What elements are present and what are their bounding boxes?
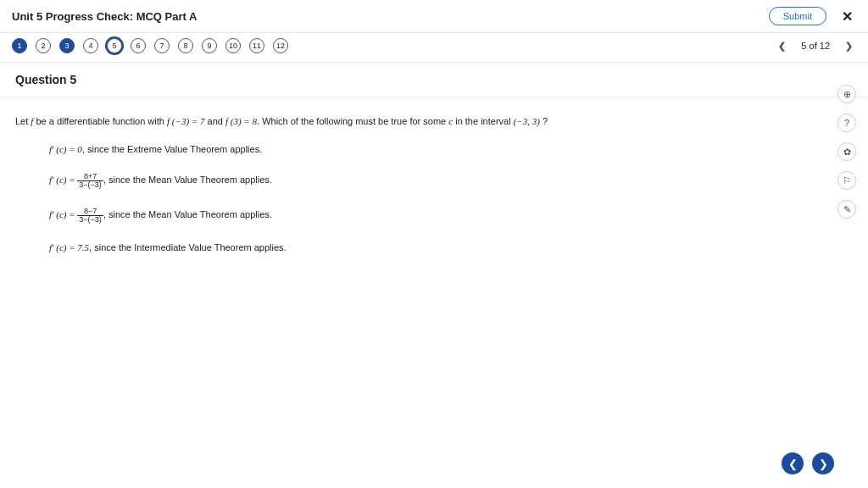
question-nav: 123456789101112 [12,38,288,53]
question-nav-1[interactable]: 1 [12,38,27,53]
question-prompt: Let f be a differentiable function with … [15,114,853,129]
nav-position: 5 of 12 [801,41,830,51]
question-nav-4[interactable]: 4 [83,38,98,53]
question-nav-5[interactable]: 5 [107,38,122,53]
submit-button[interactable]: Submit [769,7,826,25]
question-nav-9[interactable]: 9 [202,38,217,53]
bottom-prev-button[interactable]: ❮ [782,452,804,474]
question-nav-11[interactable]: 11 [249,38,264,53]
pen-icon[interactable]: ✎ [837,200,856,219]
question-nav-8[interactable]: 8 [178,38,193,53]
bottom-next-button[interactable]: ❯ [812,452,834,474]
nav-next-button[interactable]: ❯ [842,41,856,52]
page-title: Unit 5 Progress Check: MCQ Part A [12,10,197,23]
question-nav-12[interactable]: 12 [273,38,288,53]
flag-icon[interactable]: ⚐ [837,171,856,190]
option-c[interactable]: f′ (c) = 8−73−(−3), since the Mean Value… [49,208,853,224]
question-nav-7[interactable]: 7 [154,38,170,53]
gear-icon[interactable]: ✿ [837,142,856,161]
option-a[interactable]: f′ (c) = 0, since the Extreme Value Theo… [49,144,853,154]
option-b[interactable]: f′ (c) = 8+73−(−3), since the Mean Value… [49,173,853,189]
question-nav-2[interactable]: 2 [36,38,51,53]
question-nav-10[interactable]: 10 [225,38,241,53]
question-nav-3[interactable]: 3 [59,38,75,53]
question-heading: Question 5 [0,63,868,97]
nav-prev-button[interactable]: ❮ [775,41,789,52]
close-icon[interactable]: ✕ [838,8,856,25]
zoom-icon[interactable]: ⊕ [837,85,856,103]
help-icon[interactable]: ? [837,114,856,132]
question-nav-6[interactable]: 6 [131,38,146,53]
option-d[interactable]: f′ (c) = 7.5, since the Intermediate Val… [49,242,853,252]
